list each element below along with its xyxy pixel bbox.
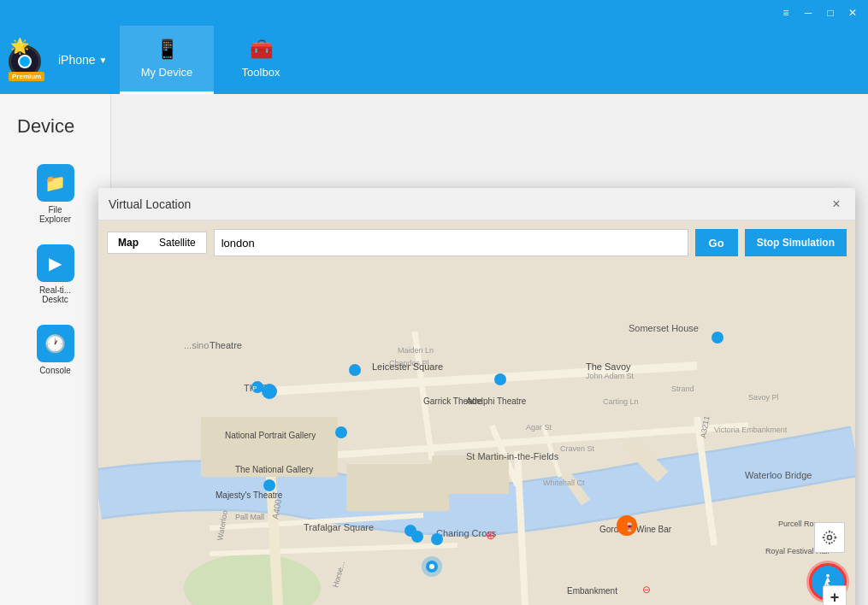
dialog-title: Virtual Location bbox=[109, 197, 191, 211]
svg-point-55 bbox=[263, 479, 275, 491]
svg-text:Majesty's Theatre: Majesty's Theatre bbox=[216, 490, 283, 500]
svg-text:⊖: ⊖ bbox=[642, 584, 651, 596]
dialog-close-button[interactable]: × bbox=[828, 196, 845, 213]
tab-my-device[interactable]: 📱 My Device bbox=[120, 26, 214, 94]
my-device-label: My Device bbox=[141, 66, 193, 79]
map-type-tabs: Map Satellite bbox=[107, 232, 207, 254]
my-device-icon: 📱 bbox=[156, 38, 179, 61]
svg-text:Strand: Strand bbox=[671, 385, 694, 393]
svg-text:P: P bbox=[252, 385, 257, 392]
main-content: Device 📁 FileExplorer ▶ Real-ti...Desktc… bbox=[0, 94, 868, 605]
nav-tabs: 📱 My Device 🧰 Toolbox bbox=[120, 26, 308, 94]
maximize-button[interactable]: □ bbox=[822, 4, 839, 21]
svg-text:🍷: 🍷 bbox=[624, 521, 635, 532]
svg-text:Carting Ln: Carting Ln bbox=[603, 397, 639, 406]
svg-text:Pall Mall: Pall Mall bbox=[235, 513, 264, 521]
svg-point-69 bbox=[429, 564, 434, 569]
svg-point-64 bbox=[712, 332, 723, 344]
sidebar: Device 📁 FileExplorer ▶ Real-ti...Desktc… bbox=[0, 94, 111, 605]
dialog-body: Waterloo Pall Mall Horse... A3211 A400 S… bbox=[98, 220, 855, 605]
map-svg: Waterloo Pall Mall Horse... A3211 A400 S… bbox=[98, 220, 855, 605]
file-explorer-icon: 📁 bbox=[37, 164, 74, 202]
svg-point-56 bbox=[335, 426, 347, 438]
svg-text:Theatre: Theatre bbox=[210, 340, 242, 350]
realtime-desktop-label: Real-ti...Desktc bbox=[39, 285, 71, 304]
map-search-input[interactable] bbox=[214, 229, 688, 256]
close-button[interactable]: ✕ bbox=[844, 4, 861, 21]
device-dropdown-arrow[interactable]: ▼ bbox=[99, 56, 108, 65]
svg-point-61 bbox=[494, 373, 506, 385]
sidebar-item-file-explorer[interactable]: 📁 FileExplorer bbox=[0, 157, 110, 231]
app-header: 🌟 Premium iPhone ▼ 📱 My Device 🧰 Toolbox bbox=[0, 26, 868, 94]
svg-text:Trafalgar Square: Trafalgar Square bbox=[304, 522, 374, 532]
sidebar-item-console[interactable]: 🕐 Console bbox=[0, 318, 110, 382]
zoom-in-button[interactable]: + bbox=[823, 585, 847, 605]
virtual-location-dialog: Virtual Location × bbox=[98, 188, 855, 605]
console-icon: 🕐 bbox=[37, 325, 74, 362]
console-label: Console bbox=[39, 366, 71, 375]
app-logo: 🌟 Premium iPhone ▼ bbox=[0, 38, 111, 81]
locate-button[interactable] bbox=[814, 522, 845, 553]
locate-icon bbox=[821, 529, 838, 546]
svg-point-72 bbox=[828, 536, 832, 540]
svg-text:Embankment: Embankment bbox=[567, 586, 617, 596]
device-name-text: iPhone bbox=[58, 53, 96, 67]
svg-text:Leicester Square: Leicester Square bbox=[372, 361, 443, 372]
svg-point-66 bbox=[262, 384, 277, 399]
svg-point-58 bbox=[411, 531, 423, 543]
logo-eye bbox=[18, 55, 32, 68]
page-title: Device bbox=[0, 103, 110, 150]
go-button[interactable]: Go bbox=[695, 229, 738, 256]
svg-text:Adelphi Theatre: Adelphi Theatre bbox=[466, 396, 527, 406]
minimize-button[interactable]: ─ bbox=[800, 4, 817, 21]
map-controls: Map Satellite Go Stop Simulation bbox=[107, 229, 847, 256]
title-bar: ≡ ─ □ ✕ bbox=[0, 0, 868, 26]
svg-text:National Portrait Gallery: National Portrait Gallery bbox=[225, 431, 316, 440]
logo-icon-container: 🌟 Premium bbox=[9, 38, 51, 81]
svg-text:⊕: ⊕ bbox=[486, 528, 496, 542]
device-name[interactable]: iPhone ▼ bbox=[58, 53, 108, 67]
dialog-header: Virtual Location × bbox=[98, 188, 855, 220]
svg-point-54 bbox=[349, 364, 361, 376]
svg-text:Waterloo Bridge: Waterloo Bridge bbox=[745, 470, 812, 480]
svg-text:John Adam St: John Adam St bbox=[586, 372, 635, 380]
map-tab-map[interactable]: Map bbox=[108, 232, 149, 253]
toolbox-label: Toolbox bbox=[242, 66, 280, 79]
svg-text:Whitehall Ct: Whitehall Ct bbox=[543, 479, 585, 487]
svg-text:The National Gallery: The National Gallery bbox=[235, 465, 313, 474]
svg-text:Maiden Ln: Maiden Ln bbox=[398, 346, 434, 355]
svg-text:...sino: ...sino bbox=[184, 340, 209, 350]
file-explorer-label: FileExplorer bbox=[39, 205, 71, 224]
svg-point-59 bbox=[431, 533, 443, 545]
svg-text:Agar St: Agar St bbox=[526, 423, 552, 432]
menu-icon[interactable]: ≡ bbox=[777, 4, 794, 21]
tab-toolbox[interactable]: 🧰 Toolbox bbox=[214, 26, 308, 94]
toolbox-icon: 🧰 bbox=[250, 38, 273, 61]
premium-badge: Premium bbox=[9, 72, 44, 81]
svg-point-73 bbox=[824, 532, 835, 543]
map-area[interactable]: Waterloo Pall Mall Horse... A3211 A400 S… bbox=[98, 220, 855, 605]
svg-rect-0 bbox=[98, 220, 855, 605]
stop-simulation-button[interactable]: Stop Simulation bbox=[745, 229, 847, 256]
svg-text:Victoria Embankment: Victoria Embankment bbox=[714, 426, 788, 434]
svg-text:St Martin-in-the-Fields: St Martin-in-the-Fields bbox=[466, 451, 559, 461]
svg-text:The Savoy: The Savoy bbox=[586, 361, 631, 372]
svg-point-74 bbox=[826, 574, 830, 578]
svg-text:Somerset House: Somerset House bbox=[629, 323, 699, 333]
svg-text:Savoy Pl: Savoy Pl bbox=[748, 393, 779, 402]
svg-text:Craven St: Craven St bbox=[560, 444, 595, 453]
sidebar-item-realtime-desktop[interactable]: ▶ Real-ti...Desktc bbox=[0, 238, 110, 311]
map-tab-satellite[interactable]: Satellite bbox=[149, 232, 206, 253]
realtime-desktop-icon: ▶ bbox=[37, 244, 74, 282]
